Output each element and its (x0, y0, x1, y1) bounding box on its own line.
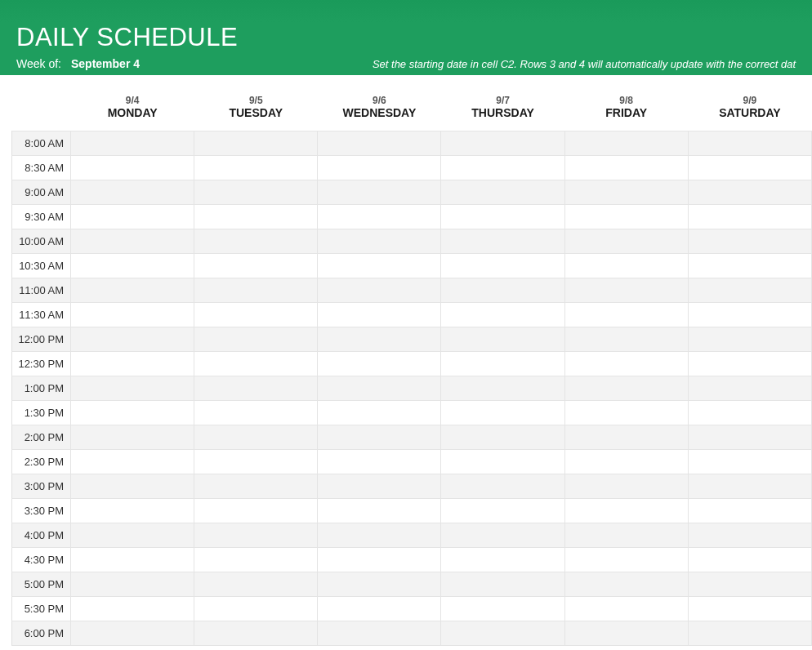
schedule-cell[interactable] (194, 303, 318, 327)
schedule-cell[interactable] (688, 254, 811, 278)
schedule-cell[interactable] (564, 180, 688, 205)
schedule-cell[interactable] (688, 180, 811, 205)
schedule-cell[interactable] (688, 156, 811, 180)
schedule-cell[interactable] (194, 352, 318, 376)
schedule-cell[interactable] (441, 450, 564, 474)
schedule-cell[interactable] (194, 229, 318, 254)
schedule-cell[interactable] (688, 450, 811, 474)
schedule-cell[interactable] (194, 499, 318, 523)
schedule-cell[interactable] (194, 401, 318, 425)
schedule-cell[interactable] (564, 425, 688, 450)
schedule-cell[interactable] (318, 376, 441, 401)
schedule-cell[interactable] (318, 352, 441, 376)
schedule-cell[interactable] (688, 523, 811, 548)
schedule-cell[interactable] (194, 597, 318, 621)
schedule-cell[interactable] (564, 548, 688, 572)
schedule-cell[interactable] (441, 303, 564, 327)
schedule-cell[interactable] (194, 572, 318, 597)
schedule-cell[interactable] (441, 254, 564, 278)
schedule-cell[interactable] (194, 180, 318, 205)
schedule-cell[interactable] (318, 621, 441, 646)
schedule-cell[interactable] (318, 156, 441, 180)
schedule-cell[interactable] (71, 254, 194, 278)
schedule-cell[interactable] (688, 376, 811, 401)
schedule-cell[interactable] (688, 621, 811, 646)
schedule-cell[interactable] (318, 499, 441, 523)
schedule-cell[interactable] (564, 572, 688, 597)
schedule-cell[interactable] (318, 474, 441, 499)
schedule-cell[interactable] (564, 401, 688, 425)
schedule-cell[interactable] (564, 621, 688, 646)
schedule-cell[interactable] (71, 205, 194, 229)
schedule-cell[interactable] (688, 548, 811, 572)
schedule-cell[interactable] (71, 327, 194, 352)
schedule-cell[interactable] (318, 327, 441, 352)
schedule-cell[interactable] (318, 548, 441, 572)
schedule-cell[interactable] (564, 254, 688, 278)
schedule-cell[interactable] (688, 474, 811, 499)
schedule-cell[interactable] (194, 327, 318, 352)
schedule-cell[interactable] (688, 303, 811, 327)
schedule-cell[interactable] (318, 303, 441, 327)
schedule-cell[interactable] (194, 205, 318, 229)
schedule-cell[interactable] (441, 156, 564, 180)
schedule-cell[interactable] (688, 327, 811, 352)
schedule-cell[interactable] (71, 376, 194, 401)
schedule-cell[interactable] (71, 597, 194, 621)
schedule-cell[interactable] (318, 523, 441, 548)
schedule-cell[interactable] (194, 278, 318, 303)
schedule-cell[interactable] (441, 523, 564, 548)
schedule-cell[interactable] (688, 572, 811, 597)
schedule-cell[interactable] (194, 450, 318, 474)
schedule-cell[interactable] (564, 523, 688, 548)
schedule-cell[interactable] (564, 229, 688, 254)
schedule-cell[interactable] (688, 425, 811, 450)
schedule-cell[interactable] (194, 425, 318, 450)
schedule-cell[interactable] (71, 621, 194, 646)
schedule-cell[interactable] (71, 450, 194, 474)
schedule-cell[interactable] (318, 450, 441, 474)
schedule-cell[interactable] (194, 523, 318, 548)
schedule-cell[interactable] (194, 621, 318, 646)
schedule-cell[interactable] (318, 205, 441, 229)
schedule-cell[interactable] (564, 131, 688, 156)
schedule-cell[interactable] (71, 401, 194, 425)
schedule-cell[interactable] (441, 180, 564, 205)
schedule-cell[interactable] (441, 474, 564, 499)
schedule-cell[interactable] (441, 401, 564, 425)
schedule-cell[interactable] (688, 131, 811, 156)
schedule-cell[interactable] (688, 278, 811, 303)
schedule-cell[interactable] (194, 131, 318, 156)
schedule-cell[interactable] (71, 425, 194, 450)
schedule-cell[interactable] (71, 131, 194, 156)
schedule-cell[interactable] (318, 401, 441, 425)
schedule-cell[interactable] (564, 352, 688, 376)
schedule-cell[interactable] (318, 180, 441, 205)
schedule-cell[interactable] (441, 131, 564, 156)
schedule-cell[interactable] (194, 474, 318, 499)
schedule-cell[interactable] (71, 303, 194, 327)
schedule-cell[interactable] (688, 401, 811, 425)
schedule-cell[interactable] (441, 327, 564, 352)
schedule-cell[interactable] (564, 205, 688, 229)
schedule-cell[interactable] (564, 278, 688, 303)
schedule-cell[interactable] (194, 376, 318, 401)
schedule-cell[interactable] (564, 474, 688, 499)
schedule-cell[interactable] (318, 131, 441, 156)
schedule-cell[interactable] (564, 597, 688, 621)
schedule-cell[interactable] (564, 499, 688, 523)
schedule-cell[interactable] (318, 572, 441, 597)
schedule-cell[interactable] (688, 597, 811, 621)
schedule-cell[interactable] (441, 352, 564, 376)
schedule-cell[interactable] (688, 499, 811, 523)
schedule-cell[interactable] (564, 303, 688, 327)
schedule-cell[interactable] (71, 548, 194, 572)
schedule-cell[interactable] (71, 278, 194, 303)
schedule-cell[interactable] (318, 278, 441, 303)
schedule-cell[interactable] (318, 597, 441, 621)
schedule-cell[interactable] (318, 254, 441, 278)
schedule-cell[interactable] (318, 425, 441, 450)
schedule-cell[interactable] (564, 156, 688, 180)
schedule-cell[interactable] (564, 376, 688, 401)
schedule-cell[interactable] (441, 229, 564, 254)
